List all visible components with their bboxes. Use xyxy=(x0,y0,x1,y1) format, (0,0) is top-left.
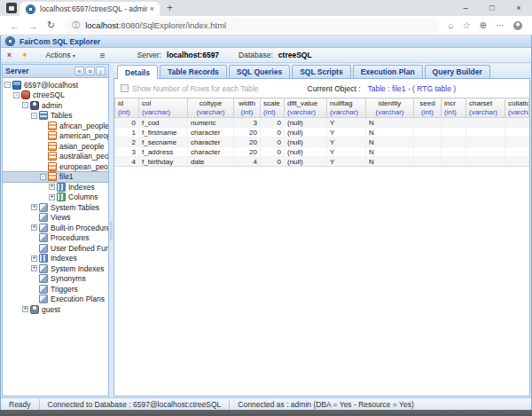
expander-icon[interactable]: + xyxy=(22,306,28,312)
actions-menu-button[interactable]: Actions ▾ xyxy=(46,51,75,59)
show-rows-checkbox[interactable] xyxy=(121,84,129,92)
browser-tab[interactable]: localhost:6597/ctreeSQL - admin × xyxy=(20,2,160,16)
tab[interactable]: SQL Queries xyxy=(229,65,290,78)
tree-item[interactable]: User Defined Functions xyxy=(3,243,108,254)
grid-header-cell[interactable]: coltype (varchar) xyxy=(188,98,234,118)
grid-header-cell[interactable]: seed (int) xyxy=(414,98,442,118)
profile-icon[interactable] xyxy=(513,21,522,30)
menu-icon[interactable]: ≡ xyxy=(100,51,106,60)
expander-icon[interactable]: - xyxy=(22,102,28,108)
grid-header-row: id (int) col (varchar) xyxy=(115,98,529,118)
expander-icon[interactable] xyxy=(31,276,37,282)
expander-icon[interactable] xyxy=(40,163,46,169)
tree-item[interactable]: - Tables xyxy=(3,111,108,122)
expander-icon[interactable] xyxy=(40,122,46,129)
expander-icon[interactable]: + xyxy=(49,194,55,200)
tree-item[interactable]: + Built-in Procedures xyxy=(3,223,108,233)
expander-icon[interactable]: - xyxy=(31,113,37,119)
expander-icon[interactable] xyxy=(40,153,46,160)
grid-header-cell[interactable]: identity (varchar) xyxy=(366,98,414,118)
tree-item[interactable]: asian_people xyxy=(3,141,108,152)
forward-icon[interactable]: → xyxy=(28,20,38,31)
grid-header-cell[interactable]: charset (varchar) xyxy=(466,98,505,118)
column-name: nullflag xyxy=(330,99,363,108)
tab-close-icon[interactable]: × xyxy=(150,4,154,13)
new-connection-icon[interactable]: ✦ xyxy=(21,51,28,59)
refresh-icon[interactable]: ↻ xyxy=(47,20,55,31)
expander-icon[interactable]: - xyxy=(40,174,46,180)
expander-icon[interactable] xyxy=(40,143,46,149)
tree-item[interactable]: Views xyxy=(3,213,108,224)
table-row[interactable]: 4 f_birthday date 4 0 (null) Y N xyxy=(115,157,529,167)
tree-item[interactable]: Procedures xyxy=(3,233,108,244)
collapse-panel-button[interactable]: « xyxy=(74,67,84,75)
tab[interactable]: Details xyxy=(117,65,158,79)
layout-button[interactable]: ≡ xyxy=(85,67,95,75)
tree-item[interactable]: + System Indexes xyxy=(3,263,108,274)
columns-grid: id (int) col (varchar) xyxy=(114,98,529,396)
table-row[interactable]: 1 f_firstname character 20 0 (null) Y N xyxy=(115,128,529,137)
grid-header-cell[interactable]: width (int) xyxy=(234,98,261,118)
site-info-icon[interactable]: ⓘ xyxy=(72,20,80,31)
collections-icon[interactable]: ⊕ xyxy=(480,20,487,30)
url-input[interactable]: ⓘ localhost :8080/SqlExplorer/index.html xyxy=(65,19,438,33)
grid-header-cell[interactable]: id (int) xyxy=(115,98,139,118)
expander-icon[interactable] xyxy=(31,215,37,221)
tree-item[interactable]: Synonyms xyxy=(3,274,108,285)
tree-item[interactable]: + Indexes xyxy=(3,182,108,192)
tree-item[interactable]: african_people xyxy=(3,121,108,131)
tree-item[interactable]: Triggers xyxy=(3,284,108,294)
home-icon[interactable]: ⌂ xyxy=(449,20,454,30)
current-object-value[interactable]: Table : file1 - ( RTG table ) xyxy=(368,84,457,93)
table-row[interactable]: 2 f_secname character 20 0 (null) Y N xyxy=(115,137,529,147)
more-icon[interactable]: ⋯ xyxy=(496,20,505,30)
table-row[interactable]: 0 f_cod numeric 3 0 (null) Y N xyxy=(115,118,529,128)
splitter-handle-icon[interactable] xyxy=(110,221,113,240)
expander-icon[interactable]: - xyxy=(4,82,11,88)
favorites-icon[interactable]: ☆ xyxy=(463,20,471,30)
expander-icon[interactable] xyxy=(31,286,37,292)
panel-splitter[interactable] xyxy=(109,64,113,396)
expander-icon[interactable]: - xyxy=(13,92,20,98)
grid-header-cell[interactable]: scale (int) xyxy=(261,98,285,118)
expander-icon[interactable] xyxy=(31,296,37,302)
grid-header-cell[interactable]: dflt_value (varchar) xyxy=(285,98,327,118)
grid-header-cell[interactable]: col (varchar) xyxy=(139,98,188,118)
grid-header-cell[interactable]: incr (int) xyxy=(442,98,466,118)
expander-icon[interactable]: + xyxy=(31,255,37,262)
expander-icon[interactable]: + xyxy=(31,224,37,231)
table-row[interactable]: 3 f_address character 20 0 (null) Y N xyxy=(115,147,529,157)
grid-header-cell[interactable]: nullflag (varchar) xyxy=(327,98,366,118)
minimize-button[interactable]: – xyxy=(452,0,479,15)
tree-item[interactable]: Execution Plans xyxy=(3,294,108,305)
tab[interactable]: Query Builder xyxy=(425,65,490,78)
tree-item[interactable]: - 6597@localhost xyxy=(3,80,108,90)
tree-item[interactable]: + System Tables xyxy=(3,202,108,213)
back-icon[interactable]: ← xyxy=(10,20,20,31)
tab[interactable]: Execution Plan xyxy=(353,65,423,78)
expander-icon[interactable] xyxy=(31,245,37,251)
tree-item[interactable]: + Indexes xyxy=(3,254,108,264)
tree-item[interactable]: australian_people xyxy=(3,152,108,162)
disconnect-icon[interactable]: × xyxy=(7,51,12,59)
tree-item[interactable]: american_people xyxy=(3,131,108,142)
tree-item[interactable]: - file1 xyxy=(3,172,108,183)
grid-header-cell[interactable]: collation (varchar) xyxy=(505,98,529,118)
tree-item[interactable]: - admin xyxy=(3,100,108,111)
tree-item[interactable]: - ctreeSQL xyxy=(3,90,108,101)
tree-item[interactable]: european_people xyxy=(3,161,108,172)
tab-actions-icon[interactable] xyxy=(6,3,17,13)
expander-icon[interactable]: + xyxy=(49,184,55,190)
expander-icon[interactable]: + xyxy=(31,204,37,210)
expander-icon[interactable] xyxy=(40,133,46,139)
tree-item[interactable]: + Columns xyxy=(3,192,108,203)
new-tab-button[interactable]: + xyxy=(167,2,173,14)
expander-icon[interactable]: + xyxy=(31,265,37,271)
maximize-button[interactable]: □ xyxy=(479,0,505,15)
refresh-button[interactable]: ↕ xyxy=(96,67,106,75)
tree-item[interactable]: + guest xyxy=(3,304,108,315)
expander-icon[interactable] xyxy=(31,235,37,241)
close-button[interactable]: × xyxy=(505,0,532,15)
tab[interactable]: SQL Scripts xyxy=(292,65,351,78)
tab[interactable]: Table Records xyxy=(160,65,227,78)
